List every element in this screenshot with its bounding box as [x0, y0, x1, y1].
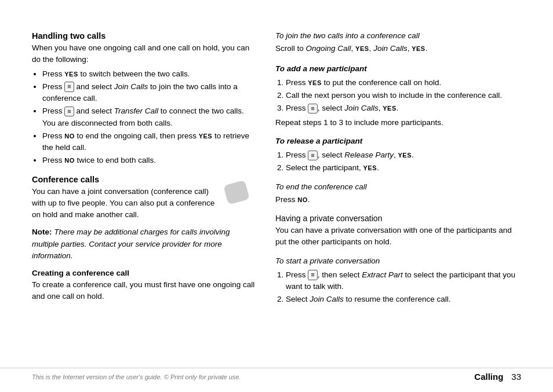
bullet-3-pre: Press — [42, 107, 64, 115]
private-title: Having a private conversation — [275, 214, 521, 223]
add-title: To add a new participant — [275, 63, 521, 75]
menu-key-4: ≡ — [308, 151, 317, 160]
release-yes: YES — [398, 152, 412, 159]
handling-title: Handling two calls — [32, 31, 258, 41]
bullet-4-mid: to end the ongoing call, then press — [75, 131, 199, 140]
bullet-1: Press YES to switch between the two call… — [42, 68, 258, 80]
menu-key-5: ≡ — [308, 270, 317, 280]
handling-bullets: Press YES to switch between the two call… — [42, 68, 258, 167]
bullet-4-yes: YES — [199, 133, 213, 140]
conference-section: You can have a joint conversation (confe… — [32, 186, 258, 221]
svg-rect-0 — [223, 180, 250, 204]
page-number: 33 — [511, 372, 521, 382]
add-step-2: Call the next person you wish to include… — [286, 90, 521, 101]
footer: This is the Internet version of the user… — [0, 368, 553, 382]
end-title: To end the conference call — [275, 181, 521, 193]
note-body: There may be additional charges for call… — [32, 228, 230, 260]
bullet-5-post: twice to end both calls. — [75, 156, 156, 164]
page: Handling two calls When you have one ong… — [0, 0, 553, 392]
add-yes1: YES — [308, 79, 322, 86]
release-steps: Press ≡, select Release Party, YES. Sele… — [286, 149, 521, 174]
join-calls-2: Join Calls — [310, 295, 344, 303]
end-no: NO — [297, 196, 308, 203]
menu-key-3: ≡ — [308, 104, 317, 113]
bullet-5-no: NO — [64, 157, 75, 164]
bullet-1-yes: YES — [64, 71, 78, 78]
menu-key-1: ≡ — [64, 82, 74, 91]
bullet-1-post: to switch between the two calls. — [78, 69, 190, 78]
bullet-4: Press NO to end the ongoing call, then p… — [42, 130, 258, 154]
add-step-3: Press ≡, select Join Calls, YES. — [286, 102, 521, 114]
release-step-1: Press ≡, select Release Party, YES. — [286, 149, 521, 161]
private-intro: You can have a private conversation with… — [275, 225, 521, 248]
start-private-steps: Press ≡, then select Extract Part to sel… — [286, 269, 521, 306]
bullet-2-mid: and select — [74, 82, 114, 91]
menu-key-2: ≡ — [64, 107, 74, 116]
join-yes2: YES — [412, 45, 425, 52]
copyright-text: This is the Internet version of the user… — [32, 373, 241, 380]
release-step-2: Select the participant, YES. — [286, 162, 521, 174]
creating-title: Creating a conference call — [32, 269, 258, 277]
footer-right: Calling 33 — [474, 372, 521, 382]
bullet-5: Press NO twice to end both calls. — [42, 155, 258, 166]
bullet-3-italic: Transfer Call — [114, 107, 158, 115]
bullet-3-mid: and select — [74, 107, 114, 115]
join-joincalls: Join Calls — [373, 44, 408, 53]
phone-shape-icon — [222, 180, 252, 206]
bullet-2-pre: Press — [42, 82, 64, 91]
add-repeat: Repeat steps 1 to 3 to include more part… — [275, 117, 521, 129]
bullet-4-pre: Press — [42, 131, 64, 140]
creating-intro: To create a conference call, you must fi… — [32, 279, 258, 303]
add-yes3: YES — [383, 105, 396, 112]
release-title: To release a participant — [275, 135, 521, 147]
bullet-5-pre: Press — [42, 156, 64, 164]
add-step-1: Press YES to put the conference call on … — [286, 77, 521, 89]
release-yes2: YES — [363, 164, 377, 171]
handling-intro: When you have one ongoing call and one c… — [32, 42, 258, 66]
join-title: To join the two calls into a conference … — [275, 30, 521, 42]
start-step-1: Press ≡, then select Extract Part to sel… — [286, 269, 521, 293]
left-column: Handling two calls When you have one ong… — [32, 23, 258, 308]
join-yes1: YES — [355, 45, 369, 52]
join-text: Scroll to Ongoing Call, YES, Join Calls,… — [275, 43, 521, 54]
two-column-layout: Handling two calls When you have one ong… — [32, 23, 521, 308]
bullet-4-no: NO — [64, 133, 75, 140]
bullet-1-pre: Press — [42, 69, 64, 78]
calling-label: Calling — [474, 372, 503, 382]
note-paragraph: Note: There may be additional charges fo… — [32, 226, 258, 262]
right-column: To join the two calls into a conference … — [275, 23, 521, 308]
release-italic: Release Party — [344, 151, 394, 159]
note-label: Note: — [32, 228, 52, 236]
bullet-2-italic: Join Calls — [114, 82, 148, 91]
add-joincalls: Join Calls — [344, 104, 379, 112]
end-text: Press NO. — [275, 194, 521, 206]
add-steps: Press YES to put the conference call on … — [286, 77, 521, 115]
extract-part: Extract Part — [362, 270, 403, 279]
start-step-2: Select Join Calls to resume the conferen… — [286, 294, 521, 305]
bullet-3: Press ≡ and select Transfer Call to conn… — [42, 105, 258, 129]
start-private-title: To start a private conversation — [275, 255, 521, 267]
bullet-2: Press ≡ and select Join Calls to join th… — [42, 81, 258, 105]
join-ongoing: Ongoing Call — [306, 44, 351, 53]
